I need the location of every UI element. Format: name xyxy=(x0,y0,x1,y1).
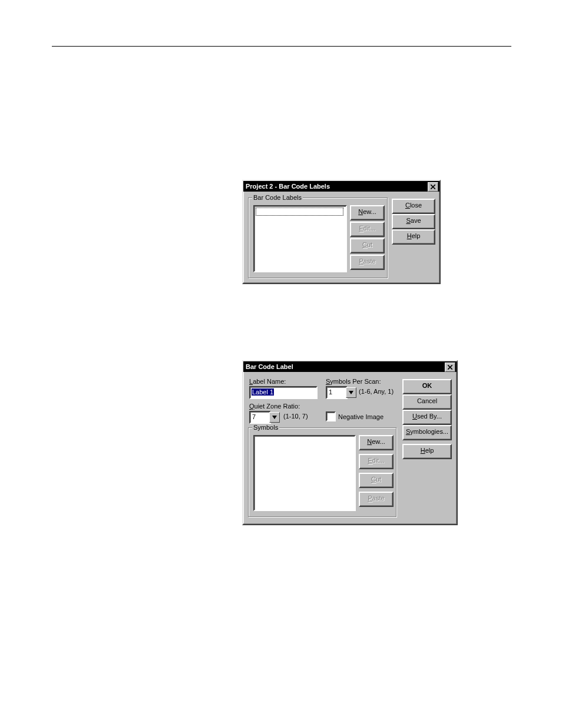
edit-button[interactable]: Edit... xyxy=(359,454,394,469)
new-button[interactable]: New... xyxy=(350,205,385,220)
groupbox-label: Symbols xyxy=(252,424,279,431)
cut-button[interactable]: Cut xyxy=(359,473,394,488)
chevron-down-icon[interactable] xyxy=(269,412,280,423)
symbols-per-scan-combo[interactable]: 1 xyxy=(326,386,356,398)
symbols-per-scan-hint: (1-6, Any, 1) xyxy=(359,388,394,395)
dialog-titlebar: Bar Code Label xyxy=(243,361,457,372)
quiet-zone-hint: (1-10, 7) xyxy=(283,413,308,420)
paste-button[interactable]: Paste xyxy=(350,255,385,270)
quiet-zone-label: Quiet Zone Ratio: xyxy=(249,403,300,410)
close-icon[interactable] xyxy=(445,363,455,372)
list-item-placeholder xyxy=(256,207,343,216)
bar-code-labels-dialog: Project 2 - Bar Code Labels Bar Code Lab… xyxy=(242,180,441,284)
cancel-button[interactable]: Cancel xyxy=(402,394,452,410)
checkbox-box[interactable] xyxy=(326,411,336,421)
ok-button[interactable]: OK xyxy=(402,379,452,394)
negative-image-label: Negative Image xyxy=(338,413,384,420)
dialog-title: Bar Code Label xyxy=(246,361,293,372)
symbols-per-scan-value[interactable]: 1 xyxy=(326,386,348,399)
bar-code-labels-groupbox: Bar Code Labels New... Edit... Cut Paste xyxy=(248,197,388,278)
help-button[interactable]: Help xyxy=(392,229,435,245)
close-icon[interactable] xyxy=(428,182,438,192)
chevron-down-icon[interactable] xyxy=(346,387,356,398)
quiet-zone-combo[interactable]: 7 xyxy=(249,411,280,423)
new-button[interactable]: New... xyxy=(359,435,394,450)
page-divider xyxy=(52,46,511,47)
label-name-input[interactable]: Label 1 xyxy=(249,386,318,399)
save-button[interactable]: Save xyxy=(392,214,435,229)
cut-button[interactable]: Cut xyxy=(350,238,385,253)
bar-code-label-dialog: Bar Code Label Label Name: Label 1 Symbo… xyxy=(242,360,458,525)
symbols-listbox[interactable] xyxy=(253,435,356,511)
paste-button[interactable]: Paste xyxy=(359,492,394,507)
symbols-groupbox: Symbols New... Edit... Cut Paste xyxy=(248,427,396,517)
negative-image-checkbox[interactable]: Negative Image xyxy=(326,411,384,421)
dialog-titlebar: Project 2 - Bar Code Labels xyxy=(243,181,439,192)
help-button[interactable]: Help xyxy=(402,444,452,459)
labels-listbox[interactable] xyxy=(253,205,347,272)
used-by-button[interactable]: Used By... xyxy=(402,410,452,425)
groupbox-label: Bar Code Labels xyxy=(252,194,303,201)
symbologies-button[interactable]: Symbologies... xyxy=(402,425,452,440)
dialog-title: Project 2 - Bar Code Labels xyxy=(246,181,330,192)
label-name-label: Label Name: xyxy=(249,378,286,385)
symbols-per-scan-label: Symbols Per Scan: xyxy=(326,378,381,385)
edit-button[interactable]: Edit... xyxy=(350,222,385,237)
quiet-zone-value[interactable]: 7 xyxy=(249,411,271,424)
close-button[interactable]: Close xyxy=(392,199,435,214)
